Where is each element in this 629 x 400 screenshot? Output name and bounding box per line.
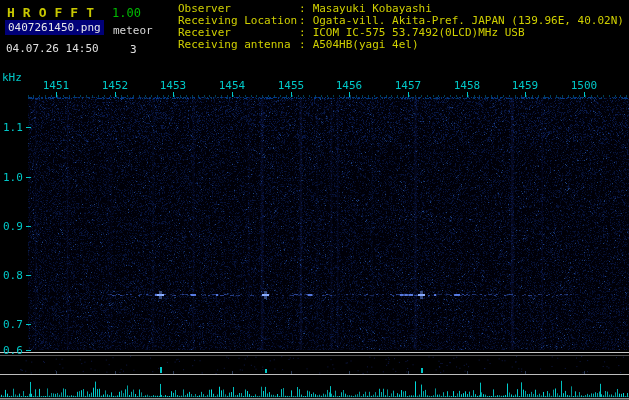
station-info: Observer:Masayuki KobayashiReceiving Loc… xyxy=(178,3,624,51)
datetime-label: 04.07.26 14:50 xyxy=(6,42,99,55)
title-row: HROFFT1.00 xyxy=(7,2,141,21)
time-tick-label: 1458 xyxy=(454,79,481,92)
time-tick-label: 1453 xyxy=(160,79,187,92)
info-label: Receiving antenna xyxy=(178,39,299,51)
time-tick-label: 1455 xyxy=(278,79,305,92)
time-tick-label: 1459 xyxy=(512,79,539,92)
time-tick-label: 1454 xyxy=(219,79,246,92)
time-tick-label: 1451 xyxy=(43,79,70,92)
freq-tick-label: 1.0 xyxy=(3,171,23,184)
meteor-count: 3 xyxy=(130,43,137,56)
spectrogram-canvas xyxy=(0,0,629,400)
time-tick-label: 1457 xyxy=(395,79,422,92)
time-tick-label: 1452 xyxy=(102,79,129,92)
freq-tick-label: 0.6 xyxy=(3,344,23,357)
freq-tick-label: 0.7 xyxy=(3,318,23,331)
hrofft-window: HROFFT1.00 0407261450.png meteor 04.07.2… xyxy=(0,0,629,400)
freq-tick-label: 1.1 xyxy=(3,121,23,134)
mode-label: meteor xyxy=(113,24,153,37)
time-tick-label: 1500 xyxy=(571,79,598,92)
freq-tick-label: 0.9 xyxy=(3,220,23,233)
info-value: A504HB(yagi 4el) xyxy=(313,38,419,51)
info-row: Receiving antenna:A504HB(yagi 4el) xyxy=(178,39,624,51)
freq-unit-label: kHz xyxy=(2,71,22,84)
output-filename: 0407261450.png xyxy=(5,20,104,35)
app-name: HROFFT xyxy=(7,5,102,20)
freq-tick-label: 0.8 xyxy=(3,269,23,282)
app-version: 1.00 xyxy=(112,6,141,20)
info-separator: : xyxy=(299,39,306,51)
time-tick-label: 1456 xyxy=(336,79,363,92)
